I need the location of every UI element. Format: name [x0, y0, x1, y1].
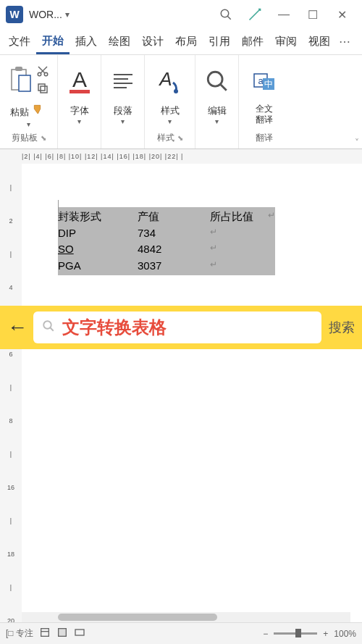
search-text: 文字转换表格: [62, 316, 167, 339]
svg-point-19: [208, 72, 222, 86]
cell: DIP: [58, 225, 138, 242]
styles-label[interactable]: 样式: [161, 104, 180, 117]
cell: PGA: [58, 258, 138, 275]
svg-text:A: A: [158, 68, 172, 90]
menu-mail[interactable]: 邮件: [236, 30, 269, 53]
ribbon-paragraph-group: 段落 ▾: [101, 55, 145, 149]
menu-layout[interactable]: 布局: [169, 30, 203, 53]
clipboard-footer: 剪贴板: [12, 132, 38, 144]
document-page[interactable]: 封装形式 产值 所占比值↵ DIP 734 ↵ SO 4842 ↵ PGA 30…: [22, 164, 362, 290]
font-icon[interactable]: A: [67, 59, 93, 103]
ribbon-clipboard-group: 粘贴 ▾ 剪贴板 ⬊: [0, 55, 58, 149]
search-button[interactable]: 搜索: [329, 319, 355, 336]
editing-label[interactable]: 编辑: [208, 104, 227, 117]
translate-icon[interactable]: a中: [251, 59, 277, 103]
menu-design[interactable]: 设计: [136, 30, 169, 53]
ribbon-styles-group: A 样式 ▾ 样式 ⬊: [145, 55, 195, 149]
menu-review[interactable]: 审阅: [269, 30, 303, 53]
titlebar: W WOR... ▾ — ☐ ✕: [0, 0, 362, 29]
styles-icon[interactable]: A: [156, 59, 185, 103]
word-app-icon: W: [6, 6, 23, 23]
svg-rect-9: [41, 86, 47, 93]
return-mark-icon: ↵: [210, 241, 217, 258]
paste-dropdown-icon[interactable]: ▾: [27, 120, 30, 128]
menu-view[interactable]: 视图: [303, 30, 336, 53]
close-button[interactable]: ✕: [327, 0, 356, 29]
translate-footer: 翻译: [256, 132, 273, 144]
cut-icon[interactable]: [36, 64, 49, 80]
translate-label-2[interactable]: 翻译: [256, 115, 273, 125]
copy-icon[interactable]: [36, 82, 49, 98]
translate-label-1[interactable]: 全文: [256, 104, 273, 114]
svg-rect-4: [19, 75, 30, 91]
menu-insert[interactable]: 插入: [70, 30, 103, 53]
cell: 3037: [138, 258, 210, 275]
mic-icon[interactable]: [240, 0, 269, 29]
clipboard-launcher-icon[interactable]: ⬊: [41, 134, 46, 142]
horizontal-scrollbar[interactable]: [22, 612, 350, 622]
svg-rect-27: [41, 629, 49, 637]
vertical-ruler[interactable]: |2|4|6|8 |16|18|20|22|24|26: [0, 164, 22, 622]
ribbon-collapse-icon[interactable]: ˅: [355, 138, 359, 148]
svg-rect-30: [75, 630, 84, 635]
maximize-button[interactable]: ☐: [298, 0, 327, 29]
document-title[interactable]: WOR...: [29, 9, 62, 20]
zoom-controls: − + 100%: [263, 629, 356, 639]
font-dropdown-icon[interactable]: ▾: [77, 117, 81, 125]
focus-mode-button[interactable]: [□ 专注: [6, 627, 33, 640]
cell: SO: [58, 241, 138, 258]
svg-text:A: A: [72, 67, 86, 91]
menu-file[interactable]: 文件: [3, 30, 36, 53]
header-col2: 产值: [138, 209, 210, 225]
zoom-value[interactable]: 100%: [334, 629, 356, 639]
menu-more[interactable]: ⋯: [336, 30, 353, 53]
search-icon: [42, 319, 55, 336]
paragraph-label[interactable]: 段落: [114, 104, 132, 117]
page-corner-mark: [58, 200, 71, 213]
view-print-icon[interactable]: [39, 627, 51, 640]
horizontal-ruler[interactable]: |2| |4| |6| |8| |10| |12| |14| |16| |18|…: [0, 149, 362, 164]
svg-point-18: [174, 89, 178, 93]
styles-dropdown-icon[interactable]: ▾: [168, 117, 172, 125]
font-label[interactable]: 字体: [70, 104, 89, 117]
paragraph-icon[interactable]: [111, 59, 135, 103]
ribbon-font-group: A 字体 ▾: [58, 55, 101, 149]
return-mark-icon: ↵: [210, 225, 217, 242]
back-arrow-icon[interactable]: ←: [7, 316, 28, 339]
svg-rect-3: [15, 67, 22, 71]
ribbon: 粘贴 ▾ 剪贴板 ⬊ A 字体 ▾ 段落 ▾ A 样式 ▾ 样式 ⬊ 编辑 ▾: [0, 55, 362, 149]
title-dropdown-icon[interactable]: ▾: [65, 9, 70, 20]
menu-home[interactable]: 开始: [36, 30, 70, 54]
editing-dropdown-icon[interactable]: ▾: [215, 117, 219, 125]
paste-label[interactable]: 粘贴: [10, 106, 29, 119]
search-overlay: ← 文字转换表格 搜索: [0, 306, 362, 349]
svg-line-20: [220, 84, 227, 91]
zoom-out-button[interactable]: −: [263, 629, 268, 639]
selected-text-block[interactable]: 封装形式 产值 所占比值↵ DIP 734 ↵ SO 4842 ↵ PGA 30…: [58, 207, 275, 275]
zoom-slider[interactable]: [274, 632, 317, 635]
minimize-button[interactable]: —: [269, 0, 298, 29]
document-area[interactable]: 封装形式 产值 所占比值↵ DIP 734 ↵ SO 4842 ↵ PGA 30…: [22, 164, 362, 622]
svg-rect-12: [70, 90, 90, 93]
view-web-icon[interactable]: [74, 627, 85, 640]
search-icon[interactable]: [211, 0, 240, 29]
svg-point-0: [221, 9, 229, 17]
format-painter-icon[interactable]: [30, 103, 48, 120]
search-input[interactable]: 文字转换表格: [33, 311, 321, 343]
view-read-icon[interactable]: [56, 627, 68, 640]
menu-references[interactable]: 引用: [203, 30, 236, 53]
svg-rect-10: [38, 84, 45, 91]
scrollbar-thumb[interactable]: [58, 614, 217, 621]
menu-draw[interactable]: 绘图: [103, 30, 136, 53]
paragraph-dropdown-icon[interactable]: ▾: [121, 117, 125, 125]
paste-icon[interactable]: [9, 65, 33, 97]
styles-launcher-icon[interactable]: ⬊: [177, 134, 183, 142]
ribbon-editing-group: 编辑 ▾: [195, 55, 239, 149]
editing-icon[interactable]: [205, 59, 230, 103]
cell: 4842: [138, 241, 210, 258]
header-col3: 所占比值: [210, 209, 268, 225]
return-mark-icon: ↵: [210, 258, 217, 275]
menubar: 文件 开始 插入 绘图 设计 布局 引用 邮件 审阅 视图 ⋯: [0, 29, 362, 55]
svg-line-1: [227, 16, 231, 20]
zoom-in-button[interactable]: +: [323, 629, 328, 639]
